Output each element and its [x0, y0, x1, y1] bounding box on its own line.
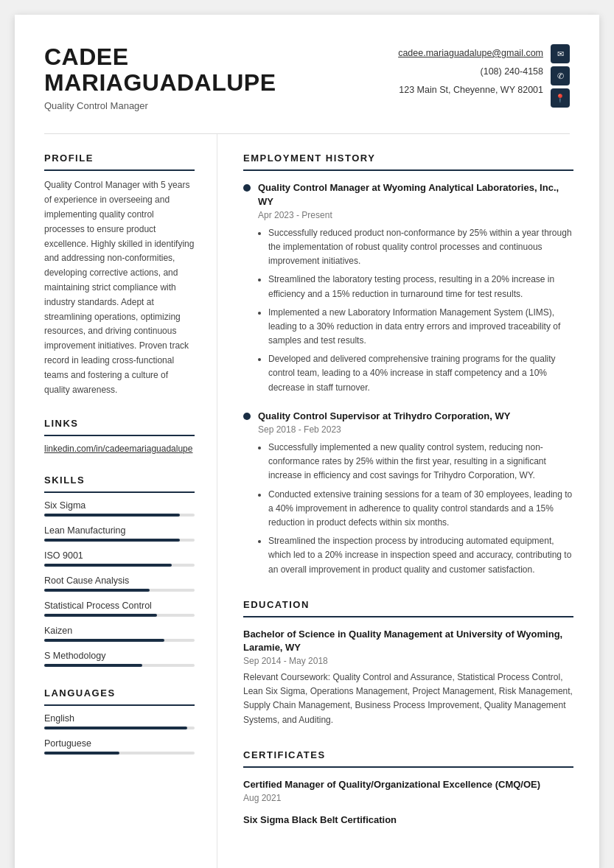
- job-title: Quality Control Manager at Wyoming Analy…: [258, 181, 573, 208]
- skill-name: Six Sigma: [44, 500, 195, 511]
- skill-item: Six Sigma: [44, 500, 195, 517]
- header-section: CADEE MARIAGUADALUPE Quality Control Man…: [15, 15, 599, 133]
- location-icon: 📍: [551, 88, 570, 108]
- edu-text: Relevant Coursework: Quality Control and…: [243, 671, 573, 727]
- job-bullet: Implemented a new Laboratory Information…: [268, 306, 573, 349]
- skill-bar-fill: [44, 539, 180, 542]
- skill-item: S Methodology: [44, 651, 195, 667]
- education-list: Bachelor of Science in Quality Managemen…: [243, 628, 573, 727]
- job-dates: Sep 2018 - Feb 2023: [258, 424, 573, 435]
- skill-name: Root Cause Analysis: [44, 575, 195, 586]
- profile-title: PROFILE: [44, 153, 195, 171]
- contact-info: cadee.mariaguadalupe@gmail.com (108) 240…: [398, 44, 543, 99]
- contact-icons: ✉ ✆ 📍: [551, 44, 570, 108]
- header-right: cadee.mariaguadalupe@gmail.com (108) 240…: [398, 44, 570, 108]
- skill-item: Root Cause Analysis: [44, 575, 195, 592]
- job-dates: Apr 2023 - Present: [258, 210, 573, 220]
- education-title: EDUCATION: [243, 599, 573, 617]
- skill-bar-bg: [44, 564, 195, 567]
- cert-title: Certified Manager of Quality/Organizatio…: [243, 778, 573, 791]
- address: 123 Main St, Cheyenne, WY 82001: [398, 81, 543, 99]
- email-icon: ✉: [551, 44, 570, 63]
- skill-bar-bg: [44, 614, 195, 617]
- language-item: Portuguese: [44, 738, 195, 755]
- skills-title: SKILLS: [44, 475, 195, 493]
- edu-title: Bachelor of Science in Quality Managemen…: [243, 628, 573, 654]
- certificate-entry: Six Sigma Black Belt Certification: [243, 813, 573, 827]
- links-section: LINKS linkedin.com/in/cadeemariaguadalup…: [44, 418, 195, 454]
- skill-bar-bg: [44, 514, 195, 517]
- job-bullets: Successfully implemented a new quality c…: [258, 441, 573, 577]
- job-entry: Quality Control Manager at Wyoming Analy…: [243, 181, 573, 394]
- jobs-list: Quality Control Manager at Wyoming Analy…: [243, 181, 573, 576]
- job-title: Quality Control Manager: [44, 100, 276, 111]
- edu-dates: Sep 2014 - May 2018: [243, 656, 573, 666]
- skill-item: Statistical Process Control: [44, 601, 195, 617]
- links-title: LINKS: [44, 418, 195, 436]
- languages-title: LANGUAGES: [44, 687, 195, 706]
- job-entry: Quality Control Supervisor at Trihydro C…: [243, 410, 573, 577]
- skill-bar-fill: [44, 664, 142, 667]
- languages-list: English Portuguese: [44, 713, 195, 755]
- resume-container: CADEE MARIAGUADALUPE Quality Control Man…: [15, 15, 599, 868]
- header-left: CADEE MARIAGUADALUPE Quality Control Man…: [44, 44, 276, 111]
- education-entry: Bachelor of Science in Quality Managemen…: [243, 628, 573, 727]
- certificates-title: CERTIFICATES: [243, 749, 573, 768]
- phone-icon: ✆: [551, 66, 570, 85]
- skill-item: Lean Manufacturing: [44, 525, 195, 542]
- language-bar-bg: [44, 727, 195, 729]
- skill-name: Statistical Process Control: [44, 601, 195, 611]
- right-column: EMPLOYMENT HISTORY Quality Control Manag…: [217, 134, 599, 868]
- employment-title: EMPLOYMENT HISTORY: [243, 153, 573, 171]
- left-column: PROFILE Quality Control Manager with 5 y…: [15, 134, 217, 868]
- linkedin-link[interactable]: linkedin.com/in/cadeemariaguadalupe: [44, 444, 195, 454]
- job-title: Quality Control Supervisor at Trihydro C…: [258, 410, 573, 423]
- certificates-section: CERTIFICATES Certified Manager of Qualit…: [243, 749, 573, 827]
- main-content: PROFILE Quality Control Manager with 5 y…: [15, 134, 599, 868]
- skills-section: SKILLS Six Sigma Lean Manufacturing ISO …: [44, 475, 195, 667]
- phone: (108) 240-4158: [398, 63, 543, 81]
- job-bullet: Streamlined the inspection process by in…: [268, 534, 573, 577]
- skill-bar-bg: [44, 639, 195, 642]
- employment-section: EMPLOYMENT HISTORY Quality Control Manag…: [243, 153, 573, 576]
- skill-bar-bg: [44, 539, 195, 542]
- skill-bar-fill: [44, 564, 172, 567]
- job-bullet: Successfully implemented a new quality c…: [268, 441, 573, 483]
- cert-title: Six Sigma Black Belt Certification: [243, 813, 573, 827]
- skill-bar-fill: [44, 589, 150, 592]
- job-bullet: Streamlined the laboratory testing proce…: [268, 273, 573, 301]
- education-section: EDUCATION Bachelor of Science in Quality…: [243, 599, 573, 727]
- skill-bar-fill: [44, 614, 157, 617]
- skill-bar-fill: [44, 514, 180, 517]
- language-item: English: [44, 713, 195, 729]
- job-bullet: Successfully reduced product non-conform…: [268, 226, 573, 269]
- language-bar-bg: [44, 752, 195, 755]
- job-dot: [243, 184, 251, 192]
- skill-bar-bg: [44, 664, 195, 667]
- certificates-list: Certified Manager of Quality/Organizatio…: [243, 778, 573, 827]
- skills-list: Six Sigma Lean Manufacturing ISO 9001 Ro…: [44, 500, 195, 667]
- cert-dates: Aug 2021: [243, 793, 573, 803]
- skill-name: Lean Manufacturing: [44, 525, 195, 536]
- job-dot: [243, 413, 251, 420]
- profile-text: Quality Control Manager with 5 years of …: [44, 178, 195, 397]
- languages-section: LANGUAGES English Portuguese: [44, 687, 195, 755]
- language-bar-fill: [44, 727, 187, 729]
- skill-name: ISO 9001: [44, 550, 195, 561]
- skill-bar-bg: [44, 589, 195, 592]
- profile-section: PROFILE Quality Control Manager with 5 y…: [44, 153, 195, 397]
- language-name: Portuguese: [44, 738, 195, 749]
- job-bullet: Conducted extensive training sessions fo…: [268, 488, 573, 531]
- candidate-name: CADEE MARIAGUADALUPE: [44, 44, 276, 96]
- job-bullets: Successfully reduced product non-conform…: [258, 226, 573, 395]
- certificate-entry: Certified Manager of Quality/Organizatio…: [243, 778, 573, 803]
- skill-item: ISO 9001: [44, 550, 195, 567]
- skill-item: Kaizen: [44, 626, 195, 642]
- language-bar-fill: [44, 752, 119, 755]
- email: cadee.mariaguadalupe@gmail.com: [398, 44, 543, 63]
- skill-bar-fill: [44, 639, 164, 642]
- skill-name: Kaizen: [44, 626, 195, 636]
- language-name: English: [44, 713, 195, 724]
- job-bullet: Developed and delivered comprehensive tr…: [268, 352, 573, 395]
- skill-name: S Methodology: [44, 651, 195, 661]
